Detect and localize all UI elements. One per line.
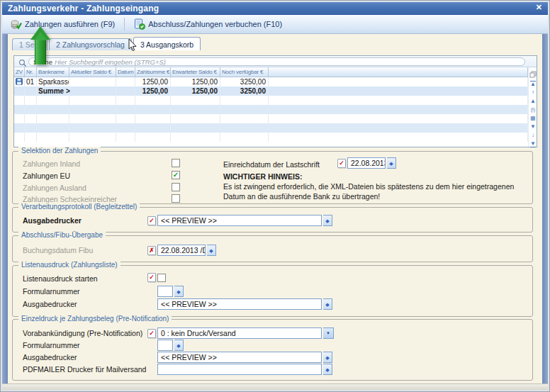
payments-grid: ZV Nr. Bankname Aktueller Saldo € Datum … — [14, 67, 528, 147]
check-icon: ✓ — [173, 172, 179, 179]
section-abschluss-fibu-title: Abschluss/Fibu-Übergabe — [18, 231, 106, 239]
zahlungen-inland-checkbox[interactable] — [172, 159, 180, 167]
zahlungen-eu-checkbox[interactable]: ✓ — [172, 171, 180, 179]
zahlungen-ausland-label: Zahlungen Ausland — [23, 184, 86, 192]
app-window: Zahlungsverkehr - Zahlungseingang ✕ Zahl… — [0, 0, 550, 392]
row-ausgabedrucker-einzel: Ausgabedrucker << PREVIEW >> ◆ — [13, 352, 532, 363]
ausgabedrucker-label: Ausgabedrucker — [23, 216, 82, 225]
execute-payments-button[interactable]: Zahlungen ausführen (F9) — [6, 17, 119, 31]
grid-options-icon[interactable]: ▦ — [529, 115, 537, 122]
page-down-icon[interactable]: ↓ — [529, 132, 537, 139]
row-ausgabedrucker-protokoll: Ausgabedrucker ✓ << PREVIEW >> ◆ — [13, 215, 532, 226]
col-header-zv[interactable]: ZV — [14, 67, 25, 77]
sum-cell-nr — [25, 86, 37, 96]
cell-datum — [116, 77, 135, 86]
col-header-noch-verfuegbar[interactable]: Noch verfügbar € — [220, 67, 269, 77]
section-selektion: Selektion der Zahlungen Zahlungen Inland… — [12, 151, 533, 204]
einreichdatum-value: 22.08.2013 — [351, 159, 386, 167]
row-formularnummer-einzel: Formularnummer ◆ — [13, 340, 532, 351]
window-border-bottom — [2, 383, 548, 390]
row-buchungsdatum-fibu: Buchungsdatum Fibu ✗ 22.08.2013 /Do ◆ — [13, 245, 532, 256]
close-icon[interactable]: ✕ — [536, 3, 542, 12]
section-selektion-title: Selektion der Zahlungen — [18, 147, 101, 155]
col-header-datum[interactable]: Datum — [116, 67, 135, 77]
cell-bankname: Sparkasse — [37, 77, 69, 86]
table-row[interactable]: 01 Sparkasse 1250,00 1250,00 3250,00 — [14, 77, 528, 86]
tab-ausgangskorb[interactable]: 3 Ausgangskorb — [133, 37, 201, 50]
section-einzeldruck: Einzeldruck je Zahlungsbeleg (Pre-Notifi… — [12, 319, 533, 381]
ausgabedrucker-protokoll-select[interactable]: << PREVIEW >> — [157, 215, 322, 226]
ausgabedrucker-einzel-select[interactable]: << PREVIEW >> — [157, 352, 322, 363]
buchungsdatum-fibu-label: Buchungsdatum Fibu — [23, 246, 93, 254]
sum-cell-aktueller-saldo — [69, 86, 116, 96]
sum-row: Summe > 1250,00 1250,00 3250,00 — [14, 86, 528, 96]
content-area: 1 Selektion 2 Zahlungsvorschlag 3 Ausgan… — [8, 34, 542, 383]
spinner-icon[interactable]: ◆ — [174, 286, 184, 297]
next-record-icon[interactable]: ▼ — [529, 123, 537, 130]
input-assistant-cross-icon[interactable]: ✗ — [147, 246, 156, 255]
section-verarbeitungsprotokoll: Verarbeitungsprotokoll (Begleitzettel) A… — [12, 207, 533, 233]
ausgabedrucker-label: Ausgabedrucker — [23, 300, 77, 308]
window-border-right — [542, 34, 548, 383]
col-header-erwarteter-saldo[interactable]: Erwarteter Saldo € — [171, 67, 220, 77]
post-payments-button[interactable]: Abschluss/Zahlungen verbuchen (F10) — [130, 17, 286, 31]
title-bar: Zahlungsverkehr - Zahlungseingang ✕ — [2, 2, 548, 15]
formularnummer-label: Formularnummer — [23, 287, 80, 296]
cell-nr: 01 — [25, 77, 37, 86]
first-record-icon[interactable]: ▲ — [529, 81, 537, 88]
ausgabedrucker-label: Ausgabedrucker — [23, 353, 77, 362]
cell-filler — [269, 77, 528, 86]
dropdown-arrow-icon[interactable]: ▼ — [323, 327, 334, 339]
ausgabedrucker-liste-select[interactable]: << PREVIEW >> — [157, 298, 322, 310]
input-assistant-check-icon[interactable]: ✓ — [147, 329, 156, 338]
empty-row — [14, 114, 528, 123]
floppy-icon — [14, 77, 25, 86]
listenausdruck-starten-checkbox[interactable] — [157, 274, 166, 282]
document-check-icon — [134, 18, 145, 30]
tab-zahlungsvorschlag[interactable]: 2 Zahlungsvorschlag — [49, 38, 132, 50]
row-listenausdruck-starten: Listenausdruck starten ✓ — [13, 273, 532, 284]
row-ausgabedrucker-liste: Ausgabedrucker << PREVIEW >> ◆ — [13, 298, 532, 310]
search-input[interactable]: Suche Hier Suchbegriff eingeben (STRG+S) — [28, 57, 525, 66]
empty-row — [14, 133, 528, 142]
section-listenausdruck: Listenausdruck (Zahlungsliste) Listenaus… — [12, 265, 533, 317]
row-formularnummer-liste: Formularnummer ◆ — [13, 286, 532, 297]
formularnummer-label: Formularnummer — [23, 341, 80, 349]
spinner-icon[interactable]: ◆ — [323, 352, 332, 363]
previous-record-icon[interactable]: ▲ — [529, 98, 537, 105]
column-chooser-icon[interactable] — [529, 68, 537, 81]
cell-erwarteter-saldo: 1250,00 — [171, 77, 220, 86]
col-header-bankname[interactable]: Bankname — [37, 67, 69, 77]
col-header-aktueller-saldo[interactable]: Aktueller Saldo € — [69, 67, 116, 77]
einreichdatum-label: Einreichdatum der Lastschrift — [223, 160, 320, 169]
zahlungen-ausland-checkbox[interactable] — [172, 183, 180, 191]
einreichdatum-spinner-icon[interactable]: ◆ — [387, 157, 396, 169]
sum-cell-filler — [269, 86, 528, 96]
page-up-icon[interactable]: ↑ — [529, 89, 537, 96]
formularnummer-liste-input[interactable] — [157, 286, 173, 297]
einreichdatum-input[interactable]: 22.08.2013 — [347, 157, 386, 169]
pdfmailer-input[interactable] — [157, 364, 322, 375]
cell-noch-verfuegbar: 3250,00 — [220, 77, 269, 86]
row-vorabankuendigung: Vorabankündigung (Pre-Notification) ✓ 0 … — [13, 327, 532, 339]
spinner-icon[interactable]: ◆ — [323, 364, 332, 375]
zahlungen-eu-label: Zahlungen EU — [23, 172, 70, 180]
empty-row — [14, 105, 528, 114]
last-record-icon[interactable]: ▼ — [529, 140, 537, 147]
buchungsdatum-fibu-value: 22.08.2013 /Do — [161, 246, 206, 254]
input-assistant-check-icon[interactable]: ✓ — [147, 216, 156, 225]
buchungsdatum-fibu-input[interactable]: 22.08.2013 /Do — [157, 245, 206, 256]
col-header-zahlsumme[interactable]: Zahlsumme € — [135, 67, 171, 77]
col-header-filler — [269, 67, 528, 77]
hinweis-title: WICHTIGER HINWEIS: — [223, 172, 302, 181]
spinner-icon[interactable]: ◆ — [207, 245, 216, 256]
spinner-icon[interactable]: ◆ — [174, 340, 184, 351]
zahlungen-scheckeinreicher-checkbox[interactable] — [172, 194, 180, 203]
col-header-nr[interactable]: Nr. — [25, 67, 37, 77]
vorabankuendigung-select[interactable]: 0 : kein Druck/Versand — [157, 327, 322, 339]
spinner-icon[interactable]: ◆ — [323, 215, 332, 226]
input-assistant-check-icon[interactable]: ✓ — [147, 273, 156, 282]
formularnummer-einzel-input[interactable] — [157, 340, 173, 351]
input-assistant-check-icon[interactable]: ✓ — [337, 159, 346, 168]
spinner-icon[interactable]: ◆ — [323, 298, 332, 310]
